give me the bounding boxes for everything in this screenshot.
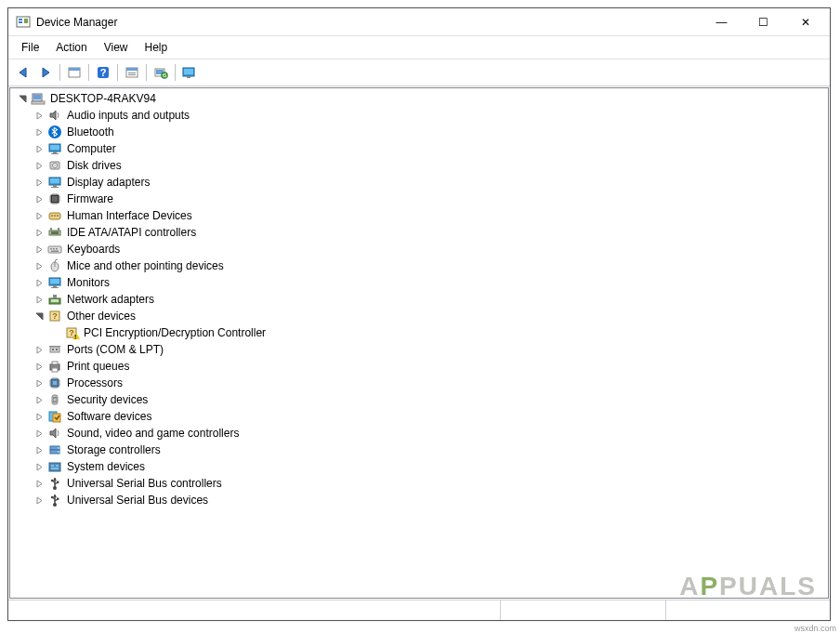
expand-icon[interactable] [33, 343, 46, 356]
chip-icon [47, 191, 62, 206]
collapse-icon[interactable] [16, 92, 29, 105]
tree-node[interactable]: PCI Encryption/Decryption Controller [49, 324, 828, 341]
tree-node[interactable]: Processors [33, 375, 828, 391]
tree-node[interactable]: DESKTOP-4RAKV94 [16, 90, 828, 107]
expand-icon[interactable] [33, 410, 46, 423]
tree-node[interactable]: Monitors [33, 274, 828, 291]
expand-icon[interactable] [33, 494, 46, 507]
tree-node-label: Audio inputs and outputs [65, 108, 191, 123]
tree-node[interactable]: Bluetooth [33, 124, 828, 140]
tree-node[interactable]: Firmware [33, 191, 828, 207]
expand-icon[interactable] [33, 192, 46, 205]
tree-node[interactable]: Display adapters [33, 174, 828, 191]
expand-icon[interactable] [33, 243, 46, 256]
tree-node[interactable]: Security devices [33, 391, 828, 408]
tree-node[interactable]: Sound, video and game controllers [33, 425, 828, 442]
tree-node[interactable]: Storage controllers [33, 442, 828, 458]
close-button[interactable]: ✕ [784, 9, 826, 35]
tree-node[interactable]: Universal Serial Bus controllers [33, 475, 828, 492]
expand-icon[interactable] [33, 176, 46, 189]
tree-node[interactable]: System devices [33, 458, 828, 475]
svg-rect-11 [128, 74, 136, 75]
hid-icon [47, 208, 62, 223]
help-button[interactable]: ? [92, 62, 114, 83]
tree-node[interactable]: Keyboards [33, 241, 828, 257]
expand-icon[interactable] [33, 427, 46, 440]
tree-node-label: Firmware [65, 191, 115, 206]
expand-icon[interactable] [33, 460, 46, 473]
source-attribution: wsxdn.com [794, 624, 836, 633]
collapse-icon[interactable] [33, 310, 46, 323]
monitor-icon [47, 141, 62, 156]
expand-icon[interactable] [33, 477, 46, 490]
storage-icon [47, 442, 62, 457]
expand-icon[interactable] [33, 226, 46, 239]
tree-node-label: Storage controllers [65, 442, 163, 457]
menu-action[interactable]: Action [48, 38, 94, 57]
expand-icon[interactable] [33, 259, 46, 272]
menu-view[interactable]: View [97, 38, 136, 57]
toolbar-separator [146, 64, 147, 81]
tree-panel[interactable]: DESKTOP-4RAKV94Audio inputs and outputsB… [9, 87, 829, 599]
expand-icon[interactable] [33, 276, 46, 289]
status-bar [8, 600, 830, 620]
expand-icon[interactable] [33, 360, 46, 373]
expand-icon[interactable] [33, 125, 46, 138]
tree-node-label: Keyboards [65, 242, 122, 257]
disk-icon [47, 158, 62, 173]
expand-icon[interactable] [33, 142, 46, 155]
usb-icon [47, 476, 62, 491]
forward-button[interactable] [34, 62, 57, 83]
tree-node[interactable]: Computer [33, 140, 828, 157]
tree-node-label: Monitors [65, 275, 112, 290]
mouse-icon [47, 258, 62, 273]
scan-button[interactable] [150, 62, 172, 83]
properties-button[interactable] [121, 62, 143, 83]
expand-icon[interactable] [33, 109, 46, 122]
expand-icon[interactable] [33, 159, 46, 172]
menu-help[interactable]: Help [138, 38, 176, 57]
toolbar-separator [59, 64, 60, 81]
tree-node[interactable]: Mice and other pointing devices [33, 257, 828, 274]
speaker-icon [47, 426, 62, 441]
tree-node[interactable]: IDE ATA/ATAPI controllers [33, 224, 828, 241]
other-icon [64, 325, 79, 340]
titlebar[interactable]: Device Manager — ☐ ✕ [8, 8, 830, 36]
tree-node[interactable]: Human Interface Devices [33, 207, 828, 224]
show-hidden-button[interactable] [63, 62, 85, 83]
svg-rect-16 [184, 69, 193, 74]
tree-node-label: Computer [65, 141, 118, 156]
expand-icon[interactable] [33, 293, 46, 306]
maximize-button[interactable]: ☐ [742, 9, 784, 35]
tree-node[interactable]: Other devices [33, 308, 828, 324]
status-cell [665, 600, 830, 620]
svg-rect-5 [69, 68, 80, 71]
svg-rect-17 [187, 76, 190, 78]
tree-node[interactable]: Network adapters [33, 291, 828, 308]
tree-node-label: Other devices [65, 309, 138, 323]
toolbar-separator [175, 64, 176, 81]
bluetooth-icon [47, 125, 62, 139]
tree-node[interactable]: Audio inputs and outputs [33, 107, 828, 124]
arrow-right-icon [38, 65, 53, 80]
monitor-help-icon [182, 65, 197, 80]
help-icon: ? [96, 65, 111, 80]
back-button[interactable] [12, 62, 34, 83]
tree-node[interactable]: Ports (COM & LPT) [33, 341, 828, 358]
tree-node[interactable]: Disk drives [33, 157, 828, 174]
tree-node[interactable]: Universal Serial Bus devices [33, 492, 828, 508]
tree-node[interactable]: Print queues [33, 358, 828, 375]
system-icon [47, 459, 62, 474]
expand-icon[interactable] [33, 376, 46, 389]
menu-file[interactable]: File [14, 38, 46, 57]
update-driver-button[interactable] [178, 62, 201, 83]
expand-icon[interactable] [33, 393, 46, 406]
speaker-icon [47, 108, 62, 123]
device-tree: DESKTOP-4RAKV94Audio inputs and outputsB… [16, 90, 828, 508]
tree-node[interactable]: Software devices [33, 408, 828, 425]
port-icon [47, 342, 62, 357]
expand-icon[interactable] [33, 443, 46, 456]
minimize-button[interactable]: — [701, 9, 742, 35]
svg-rect-2 [19, 21, 22, 23]
expand-icon[interactable] [33, 209, 46, 222]
